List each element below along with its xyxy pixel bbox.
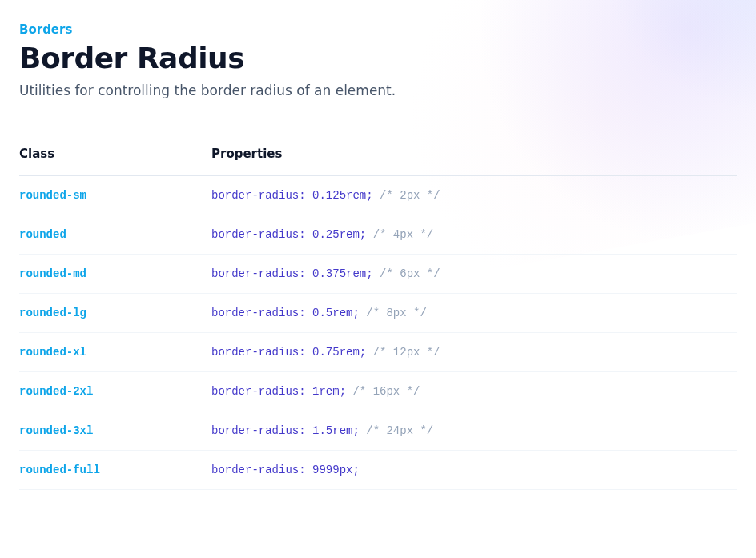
utility-properties: border-radius: 1rem; /* 16px */ <box>211 372 737 411</box>
page-title: Border Radius <box>19 42 737 74</box>
css-property: border-radius: 0.125rem; <box>211 189 373 202</box>
css-comment: /* 12px */ <box>373 346 440 359</box>
css-property: border-radius: 1rem; <box>211 385 346 398</box>
table-row: rounded-3xlborder-radius: 1.5rem; /* 24p… <box>19 411 737 451</box>
utility-class-name: rounded-sm <box>19 176 211 215</box>
css-comment: /* 4px */ <box>373 228 434 241</box>
css-property: border-radius: 1.5rem; <box>211 424 360 437</box>
utility-class-name: rounded-md <box>19 255 211 294</box>
css-comment: /* 16px */ <box>352 385 420 398</box>
css-property: border-radius: 9999px; <box>211 464 360 476</box>
css-property: border-radius: 0.375rem; <box>211 267 373 280</box>
css-comment: /* 24px */ <box>366 424 433 437</box>
table-header-properties: Properties <box>211 147 737 176</box>
table-row: rounded-xlborder-radius: 0.75rem; /* 12p… <box>19 333 737 372</box>
utility-properties: border-radius: 0.25rem; /* 4px */ <box>211 215 737 255</box>
utility-properties: border-radius: 1.5rem; /* 24px */ <box>211 411 737 451</box>
utility-table: Class Properties rounded-smborder-radius… <box>19 147 737 490</box>
utility-properties: border-radius: 9999px; <box>211 451 737 490</box>
utility-class-name: rounded-2xl <box>19 372 211 411</box>
utility-class-name: rounded-lg <box>19 294 211 333</box>
css-comment: /* 6px */ <box>380 267 440 280</box>
utility-class-name: rounded-3xl <box>19 411 211 451</box>
utility-class-name: rounded <box>19 215 211 255</box>
css-comment: /* 2px */ <box>380 189 440 202</box>
css-property: border-radius: 0.25rem; <box>211 228 366 241</box>
table-row: rounded-2xlborder-radius: 1rem; /* 16px … <box>19 372 737 411</box>
page-subtitle: Utilities for controlling the border rad… <box>19 82 737 98</box>
utility-properties: border-radius: 0.5rem; /* 8px */ <box>211 294 737 333</box>
table-row: rounded-lgborder-radius: 0.5rem; /* 8px … <box>19 294 737 333</box>
utility-properties: border-radius: 0.125rem; /* 2px */ <box>211 176 737 215</box>
utility-class-name: rounded-full <box>19 451 211 490</box>
utility-properties: border-radius: 0.375rem; /* 6px */ <box>211 255 737 294</box>
utility-class-name: rounded-xl <box>19 333 211 372</box>
utility-properties: border-radius: 0.75rem; /* 12px */ <box>211 333 737 372</box>
table-row: rounded-fullborder-radius: 9999px; <box>19 451 737 490</box>
css-property: border-radius: 0.5rem; <box>211 307 360 319</box>
category-eyebrow[interactable]: Borders <box>19 22 737 37</box>
table-row: roundedborder-radius: 0.25rem; /* 4px */ <box>19 215 737 255</box>
table-row: rounded-mdborder-radius: 0.375rem; /* 6p… <box>19 255 737 294</box>
table-header-class: Class <box>19 147 211 176</box>
css-comment: /* 8px */ <box>366 307 427 319</box>
css-property: border-radius: 0.75rem; <box>211 346 366 359</box>
table-row: rounded-smborder-radius: 0.125rem; /* 2p… <box>19 176 737 215</box>
